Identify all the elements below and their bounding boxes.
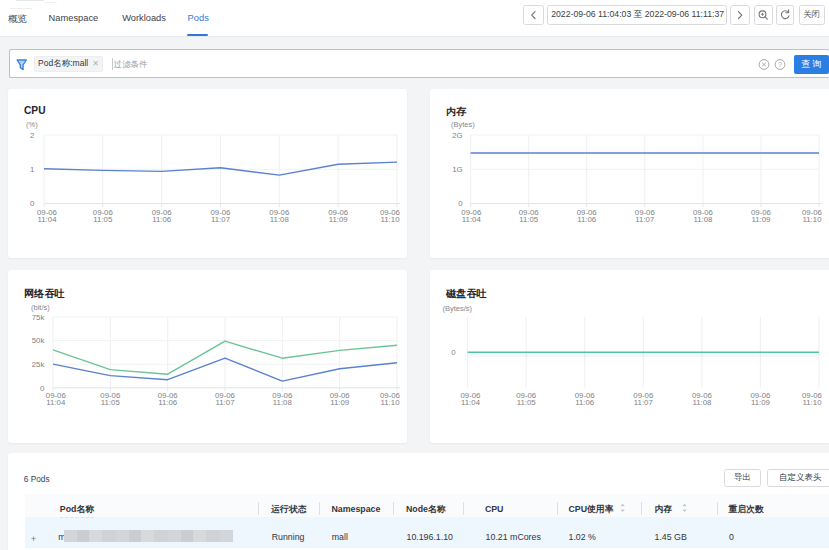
svg-text:11:08: 11:08 [692, 398, 711, 407]
svg-text:11:06: 11:06 [158, 398, 177, 407]
svg-text:11:10: 11:10 [803, 398, 823, 407]
svg-text:11:07: 11:07 [635, 215, 654, 224]
svg-text:0: 0 [40, 384, 45, 393]
svg-text:1G: 1G [452, 165, 462, 174]
svg-text:11:04: 11:04 [46, 398, 66, 407]
svg-text:75k: 75k [32, 313, 45, 322]
svg-text:11:07: 11:07 [634, 398, 653, 407]
svg-text:50k: 50k [32, 336, 45, 345]
svg-text:(Bytes): (Bytes) [451, 120, 475, 129]
svg-text:11:09: 11:09 [751, 398, 770, 407]
svg-text:11:04: 11:04 [461, 398, 481, 407]
svg-text:11:04: 11:04 [38, 215, 58, 224]
svg-text:0: 0 [30, 199, 35, 208]
svg-text:11:10: 11:10 [381, 215, 401, 224]
svg-text:0: 0 [458, 199, 463, 208]
svg-text:2G: 2G [452, 131, 462, 140]
svg-text:11:08: 11:08 [270, 215, 289, 224]
svg-text:11:05: 11:05 [517, 398, 537, 407]
svg-text:(bit/s): (bit/s) [31, 303, 50, 312]
svg-text:11:06: 11:06 [575, 398, 594, 407]
svg-text:(Bytes/s): (Bytes/s) [443, 304, 473, 313]
svg-text:11:04: 11:04 [462, 215, 482, 224]
svg-text:25k: 25k [32, 360, 45, 369]
svg-text:11:09: 11:09 [330, 398, 349, 407]
svg-text:11:08: 11:08 [693, 215, 712, 224]
svg-text:?: ? [778, 61, 782, 68]
svg-text:11:06: 11:06 [152, 215, 171, 224]
svg-text:11:05: 11:05 [93, 215, 113, 224]
svg-text:11:06: 11:06 [577, 215, 596, 224]
svg-text:11:07: 11:07 [216, 398, 235, 407]
svg-text:(%): (%) [26, 120, 38, 129]
svg-text:2: 2 [30, 131, 34, 140]
svg-text:11:08: 11:08 [273, 398, 292, 407]
svg-text:11:05: 11:05 [519, 215, 539, 224]
svg-text:11:09: 11:09 [751, 215, 770, 224]
svg-text:11:05: 11:05 [101, 398, 121, 407]
svg-text:0: 0 [451, 348, 456, 357]
svg-text:11:10: 11:10 [381, 398, 401, 407]
svg-text:11:10: 11:10 [803, 215, 823, 224]
svg-text:11:09: 11:09 [329, 215, 348, 224]
svg-text:11:07: 11:07 [211, 215, 230, 224]
svg-text:1: 1 [30, 165, 34, 174]
